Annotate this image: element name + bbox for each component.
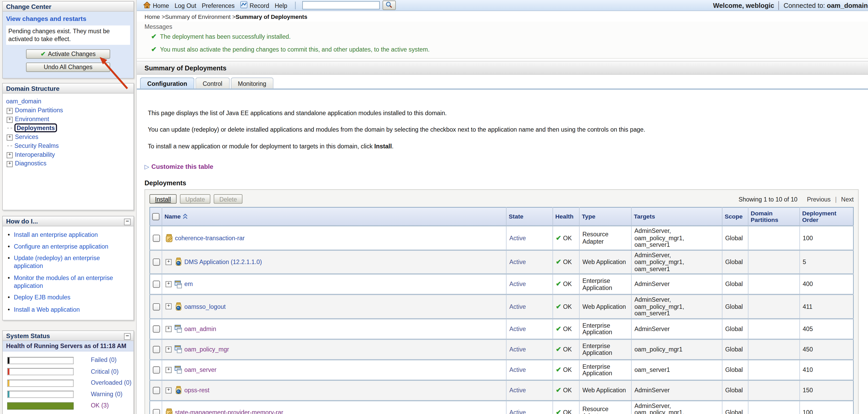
deployment-link[interactable]: oam_server	[184, 367, 216, 373]
help-link[interactable]: Configure an enterprise application	[14, 243, 108, 249]
row-checkbox[interactable]	[153, 367, 160, 374]
tree-item-security-realms[interactable]: Security Realms	[6, 141, 131, 150]
tree-link[interactable]: Diagnostics	[15, 160, 46, 166]
tree-item-services[interactable]: Services	[6, 132, 131, 141]
record-link[interactable]: Record	[249, 2, 269, 8]
breadcrumb-environment[interactable]: Summary of Environment	[165, 13, 230, 20]
tree-item-diagnostics[interactable]: Diagnostics	[6, 159, 131, 167]
header-type[interactable]: Type	[579, 207, 631, 226]
deployment-link[interactable]: oam_policy_mgr	[184, 346, 229, 352]
deployment-link[interactable]: em	[184, 281, 193, 288]
activate-changes-button[interactable]: ✔Activate Changes	[26, 49, 110, 58]
list-item[interactable]: Install a Web application	[14, 306, 127, 313]
tree-link[interactable]: Environment	[15, 116, 49, 122]
deployment-link[interactable]: oam_admin	[184, 325, 216, 332]
logout-link[interactable]: Log Out	[175, 2, 196, 8]
help-link[interactable]: Monitor the modules of an enterprise app…	[14, 275, 113, 289]
tree-item-interoperability[interactable]: Interoperability	[6, 150, 131, 159]
plus-box-icon[interactable]	[6, 161, 12, 167]
list-item[interactable]: Update (redeploy) an enterprise applicat…	[14, 254, 127, 270]
status-link[interactable]: Warning (0)	[91, 391, 123, 397]
tree-link[interactable]: Domain Partitions	[15, 106, 63, 113]
plus-box-icon[interactable]	[165, 259, 172, 265]
header-scope[interactable]: Scope	[722, 207, 748, 226]
search-button[interactable]	[382, 1, 396, 10]
tree-item-root[interactable]: oam_domain	[6, 97, 131, 105]
name-cell: opss-rest	[162, 380, 506, 401]
select-all-checkbox[interactable]	[152, 213, 159, 220]
previous-link[interactable]: Previous	[807, 196, 831, 202]
customize-table-link[interactable]: Customize this table	[151, 163, 213, 170]
deployment-link[interactable]: coherence-transaction-rar	[175, 234, 245, 241]
status-link[interactable]: OK (3)	[91, 402, 109, 409]
preferences-link[interactable]: Preferences	[202, 2, 235, 8]
minus-box-icon[interactable]	[124, 333, 131, 340]
list-item[interactable]: Install an enterprise application	[14, 230, 127, 238]
tree-item-environment[interactable]: Environment	[6, 114, 131, 123]
plus-box-icon[interactable]	[6, 152, 12, 158]
row-checkbox[interactable]	[153, 281, 160, 288]
help-link[interactable]: Install a Web application	[14, 306, 80, 313]
tree-link[interactable]: Security Realms	[14, 142, 59, 149]
tree-root-link[interactable]: oam_domain	[6, 98, 41, 104]
header-targets[interactable]: Targets	[631, 207, 722, 226]
header-health[interactable]: Health	[553, 207, 580, 226]
plus-box-icon[interactable]	[165, 281, 172, 287]
row-checkbox[interactable]	[153, 409, 160, 414]
home-link[interactable]: Home	[153, 2, 169, 8]
help-link[interactable]: Install an enterprise application	[14, 231, 98, 237]
row-checkbox[interactable]	[153, 325, 160, 332]
plus-box-icon[interactable]	[165, 303, 172, 309]
customize-table-row[interactable]: ▷Customize this table	[145, 163, 862, 170]
help-link[interactable]: Deploy EJB modules	[14, 294, 70, 301]
help-link[interactable]: Help	[275, 2, 287, 8]
tree-link-selected[interactable]: Deployments	[14, 123, 57, 132]
plus-box-icon[interactable]	[165, 367, 172, 373]
row-checkbox[interactable]	[153, 259, 160, 266]
tree-item-domain-partitions[interactable]: Domain Partitions	[6, 105, 131, 114]
row-checkbox[interactable]	[153, 387, 160, 394]
view-changes-link[interactable]: View changes and restarts	[6, 15, 130, 22]
update-button[interactable]: Update	[180, 194, 211, 203]
list-item[interactable]: Deploy EJB modules	[14, 294, 127, 301]
help-link[interactable]: Update (redeploy) an enterprise applicat…	[14, 255, 100, 269]
record-icon[interactable]	[240, 1, 247, 9]
header-deployment-order[interactable]: Deployment Order	[800, 207, 853, 226]
next-link[interactable]: Next	[841, 196, 854, 202]
deployment-link[interactable]: opss-rest	[184, 387, 209, 393]
deployment-link[interactable]: oamsso_logout	[184, 303, 226, 310]
row-checkbox[interactable]	[153, 234, 160, 242]
tree-item-deployments[interactable]: Deployments	[6, 123, 131, 132]
header-name[interactable]: Name	[162, 207, 506, 226]
minus-box-icon[interactable]	[124, 219, 131, 225]
status-link[interactable]: Critical (0)	[91, 368, 119, 374]
header-domain-partitions[interactable]: Domain Partitions	[748, 207, 800, 226]
sort-up-icon[interactable]	[183, 213, 188, 220]
plus-box-icon[interactable]	[165, 387, 172, 393]
plus-box-icon[interactable]	[6, 134, 12, 140]
tab-monitoring[interactable]: Monitoring	[230, 77, 274, 89]
undo-all-changes-button[interactable]: Undo All Changes	[26, 62, 110, 72]
list-item[interactable]: Configure an enterprise application	[14, 242, 127, 250]
breadcrumb-home[interactable]: Home	[145, 13, 160, 20]
plus-box-icon[interactable]	[165, 326, 172, 332]
list-item[interactable]: Monitor the modules of an enterprise app…	[14, 274, 127, 289]
tab-configuration[interactable]: Configuration	[140, 77, 194, 89]
tree-link[interactable]: Interoperability	[15, 151, 55, 158]
header-state[interactable]: State	[506, 207, 553, 226]
plus-box-icon[interactable]	[165, 346, 172, 352]
home-icon[interactable]	[144, 1, 151, 9]
search-input[interactable]	[302, 1, 380, 9]
status-link[interactable]: Overloaded (0)	[91, 379, 131, 386]
deployment-link[interactable]: state-management-provider-memory-rar	[175, 409, 283, 414]
row-checkbox[interactable]	[153, 303, 160, 310]
status-link[interactable]: Failed (0)	[91, 356, 117, 363]
tree-link[interactable]: Services	[15, 133, 38, 140]
plus-box-icon[interactable]	[6, 117, 12, 123]
delete-button[interactable]: Delete	[214, 194, 243, 203]
deployment-link[interactable]: DMS Application (12.2.1.1.0)	[184, 259, 262, 265]
plus-box-icon[interactable]	[6, 108, 12, 114]
tab-control[interactable]: Control	[195, 77, 229, 89]
install-button[interactable]: Install	[150, 194, 177, 203]
row-checkbox[interactable]	[153, 346, 160, 353]
